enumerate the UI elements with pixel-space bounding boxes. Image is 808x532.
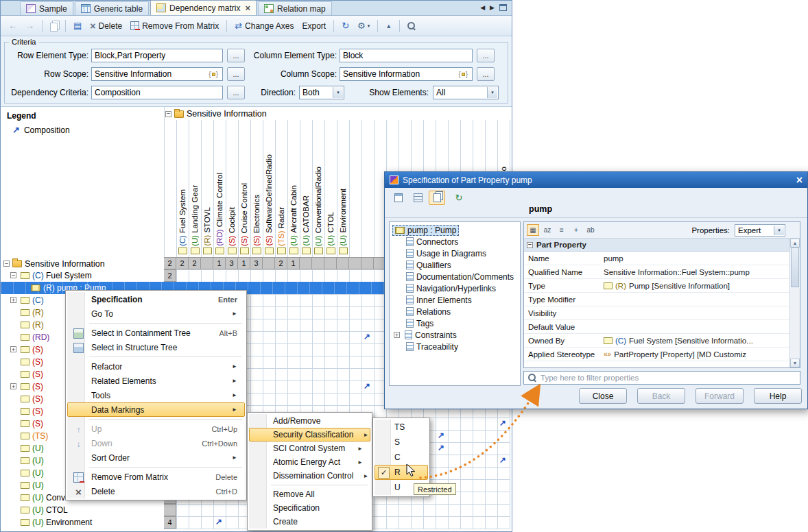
- column-root-header[interactable]: −Sensitive Information: [165, 108, 267, 119]
- tab-close-icon[interactable]: ×: [245, 5, 250, 11]
- collapse-criteria-button[interactable]: ▲: [382, 19, 395, 34]
- pages-view-button[interactable]: [429, 191, 445, 205]
- property-row-qualified-name[interactable]: Qualified NameSensitive Information::Fue…: [524, 265, 789, 279]
- sort-alphabetically-button[interactable]: az: [541, 224, 554, 236]
- expander-icon[interactable]: +: [394, 332, 400, 338]
- dialog-title-bar[interactable]: Specification of Part Property pump ×: [385, 172, 807, 188]
- row-scope-browse-button[interactable]: ...: [227, 67, 245, 81]
- direction-select[interactable]: Both▾: [299, 86, 344, 99]
- menu-item-delete[interactable]: DeleteCtrl+D: [67, 484, 245, 498]
- dependency-criteria-input[interactable]: Composition: [91, 86, 223, 99]
- generate-report-button[interactable]: ▤: [70, 19, 85, 34]
- tab-relation-map[interactable]: Relation map: [258, 1, 332, 15]
- matrix-row-fuel-system[interactable]: −(C) Fuel System: [1, 269, 163, 282]
- row-element-type-input[interactable]: Block,Part Property: [91, 49, 223, 62]
- expander-icon[interactable]: +: [10, 383, 16, 389]
- remove-from-matrix-button[interactable]: Remove From Matrix: [127, 19, 222, 34]
- spec-tree-item-inner-elements[interactable]: Inner Elements: [390, 294, 520, 306]
- properties-mode-select[interactable]: Expert▾: [735, 224, 785, 237]
- spec-tree-item-tags[interactable]: Tags: [390, 317, 520, 329]
- filter-properties-input[interactable]: Type here to filter properties: [523, 371, 800, 385]
- change-axes-button[interactable]: ⇄Change Axes: [231, 19, 297, 34]
- matrix-row-environment[interactable]: (U) Environment: [1, 516, 163, 529]
- property-row-owned-by[interactable]: Owned By(C) Fuel System [Sensitive Infor…: [524, 334, 789, 348]
- tab-dependency-matrix[interactable]: Dependency matrix×: [150, 0, 257, 15]
- property-row-name[interactable]: Namepump: [524, 252, 789, 265]
- menu-item-select-in-containment-tree[interactable]: Select in Containment TreeAlt+B: [67, 326, 245, 340]
- row-element-type-browse-button[interactable]: ...: [227, 49, 245, 62]
- property-row-applied-stereotype[interactable]: Applied StereotypePartProperty [Property…: [524, 348, 789, 361]
- tab-sample[interactable]: Sample: [20, 1, 73, 15]
- property-group-header[interactable]: −Part Property: [524, 239, 789, 252]
- scrollbar-thumb[interactable]: [791, 247, 799, 287]
- window-list-icon[interactable]: [499, 4, 507, 11]
- form-view-button[interactable]: [390, 191, 407, 205]
- spec-tree-item-connectors[interactable]: Connectors: [390, 236, 520, 247]
- scroll-up-icon[interactable]: ▲: [790, 239, 800, 247]
- export-button[interactable]: Export: [298, 19, 329, 34]
- expander-icon[interactable]: +: [10, 297, 16, 303]
- menu-item-ts[interactable]: TS: [375, 420, 428, 435]
- column-element-type-browse-button[interactable]: ...: [477, 49, 495, 62]
- menu-item-go-to[interactable]: Go To►: [67, 306, 245, 321]
- tab-generic-table[interactable]: Generic table: [75, 1, 149, 15]
- categorized-view-button[interactable]: ▦: [527, 224, 539, 236]
- menu-item-up[interactable]: UpCtrl+Up: [67, 422, 245, 436]
- property-row-type[interactable]: Type(R) Pump [Sensitive Information]: [524, 279, 789, 293]
- menu-item-down[interactable]: DownCtrl+Down: [67, 436, 245, 450]
- expand-all-button[interactable]: +: [570, 224, 582, 236]
- property-row-visibility[interactable]: Visibility: [524, 306, 789, 320]
- menu-item-remove-from-matrix[interactable]: Remove From MatrixDelete: [67, 470, 245, 484]
- spec-tree-item-qualifiers[interactable]: Qualifiers: [390, 259, 520, 271]
- customize-properties-button[interactable]: ab: [584, 224, 597, 236]
- next-tab-icon[interactable]: ▶: [490, 4, 495, 11]
- dependency-criteria-browse-button[interactable]: ...: [227, 86, 245, 99]
- menu-item-dissemination-control[interactable]: Dissemination Control►: [249, 469, 370, 483]
- menu-item-sort-order[interactable]: Sort Order►: [67, 450, 245, 465]
- scroll-down-icon[interactable]: ▼: [790, 359, 800, 367]
- property-row-type-modifier[interactable]: Type Modifier: [524, 293, 789, 306]
- menu-item-data-markings[interactable]: Data Markings►: [67, 402, 245, 417]
- description-toggle-button[interactable]: ≡: [556, 224, 568, 236]
- row-root-header[interactable]: −Sensitive Information: [3, 258, 105, 269]
- property-row-default-value[interactable]: Default Value: [524, 320, 789, 334]
- menu-item-add-remove[interactable]: Add/Remove: [249, 414, 370, 428]
- expander-icon[interactable]: −: [527, 242, 533, 248]
- close-button[interactable]: Close: [579, 388, 627, 404]
- menu-item-r[interactable]: ✓R: [375, 465, 428, 480]
- menu-item-select-in-structure-tree[interactable]: Select in Structure Tree: [67, 340, 245, 354]
- menu-item-atomic-energy-act[interactable]: Atomic Energy Act►: [249, 455, 370, 469]
- expander-icon[interactable]: −: [165, 111, 171, 117]
- back-button[interactable]: Back: [637, 388, 685, 404]
- menu-item-security-classification[interactable]: Security Classification►: [249, 428, 370, 442]
- menu-item-s[interactable]: S: [375, 435, 428, 450]
- column-element-type-input[interactable]: Block: [340, 49, 473, 62]
- properties-scrollbar[interactable]: ▲ ▼: [789, 239, 800, 367]
- menu-item-c[interactable]: C: [375, 450, 428, 465]
- menu-item-specification[interactable]: SpecificationEnter: [67, 292, 245, 306]
- copy-button[interactable]: [47, 19, 61, 34]
- show-elements-select[interactable]: All▾: [433, 86, 499, 99]
- navigate-forward-button[interactable]: →: [22, 19, 38, 34]
- menu-item-refactor[interactable]: Refactor►: [67, 359, 245, 374]
- spec-tree-item-pump-pump[interactable]: pump : Pump: [390, 224, 520, 236]
- spec-tree-item-documentation-comments[interactable]: Documentation/Comments: [390, 271, 520, 282]
- expander-icon[interactable]: +: [10, 346, 16, 352]
- delete-button[interactable]: ×Delete: [86, 19, 126, 34]
- menu-item-remove-all[interactable]: Remove All: [249, 487, 370, 501]
- spec-tree-item-usage-in-diagrams[interactable]: Usage in Diagrams: [390, 247, 520, 259]
- help-button[interactable]: Help: [754, 388, 802, 404]
- spec-tree-item-navigation-hyperlinks[interactable]: Navigation/Hyperlinks: [390, 282, 520, 294]
- spec-tree-item-constraints[interactable]: +Constraints: [390, 329, 520, 341]
- search-button[interactable]: [404, 19, 419, 34]
- navigate-back-button[interactable]: ←: [5, 19, 21, 34]
- tree-view-button[interactable]: [409, 191, 426, 205]
- row-scope-input[interactable]: Sensitive Information{}: [91, 67, 223, 81]
- expander-icon[interactable]: −: [10, 272, 16, 278]
- column-scope-browse-button[interactable]: ...: [477, 67, 495, 81]
- menu-item-tools[interactable]: Tools►: [67, 388, 245, 402]
- refresh-button[interactable]: ↻: [338, 19, 353, 34]
- forward-button[interactable]: Forward: [696, 388, 744, 404]
- menu-item-related-elements[interactable]: Related Elements►: [67, 374, 245, 388]
- menu-item-create[interactable]: Create: [249, 515, 370, 529]
